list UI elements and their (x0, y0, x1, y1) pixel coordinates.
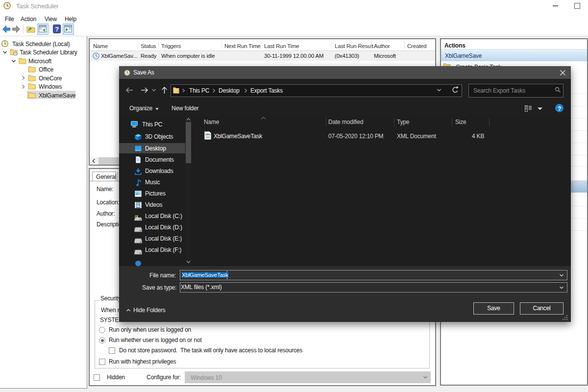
svg-text:?: ? (55, 25, 59, 33)
